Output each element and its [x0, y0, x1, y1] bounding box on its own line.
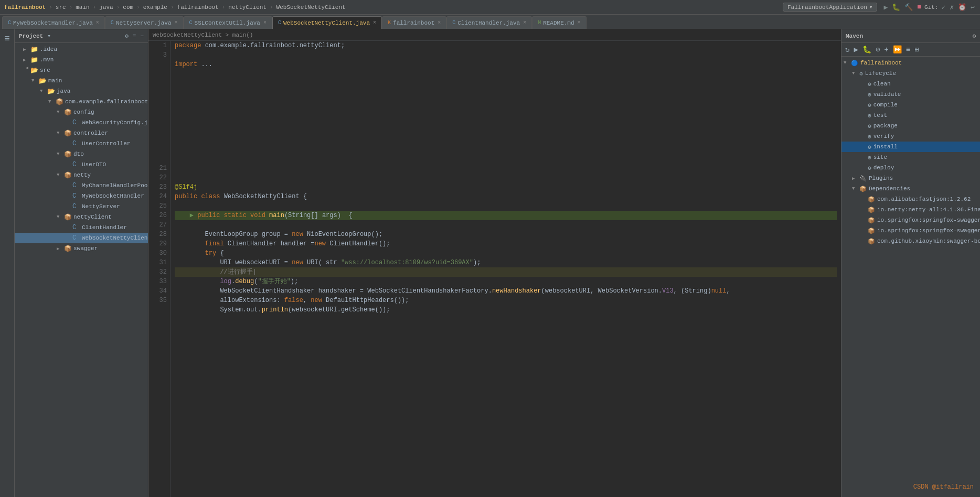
tree-item-userdto[interactable]: ▶ C UserDTO [15, 159, 148, 170]
git-label: Git: [924, 4, 938, 10]
code-line-2 [175, 50, 837, 60]
git-x-icon[interactable]: ✗ [949, 2, 955, 13]
tree-item-java[interactable]: ▼ 📂 java [15, 86, 148, 96]
maven-lifecycle-verify[interactable]: ▶ ⚙ verify [841, 131, 980, 142]
tree-item-websocketnettyclient[interactable]: ▶ C WebSocketNettyClient [15, 233, 148, 243]
project-panel-toggle[interactable]: ≡ [2, 31, 12, 46]
gear-icon[interactable]: ⚙ [125, 33, 129, 39]
run-icon[interactable]: ▶ [882, 2, 889, 13]
maven-play-icon[interactable]: ⏩ [891, 44, 903, 55]
maven-dep-xiaoymin[interactable]: ▶ 📦 com.github.xiaoymin:swagger-boot [841, 236, 980, 246]
tree-item-controller[interactable]: ▼ 📦 controller [15, 128, 148, 138]
maven-settings-icon[interactable]: ⚙ [972, 33, 976, 39]
tab-close[interactable]: × [578, 20, 581, 26]
code-line-28: final ClientHandler handler =new ClientH… [175, 239, 837, 248]
debug-icon[interactable]: 🐛 [891, 2, 901, 13]
maven-item-label: test [874, 112, 887, 118]
maven-dep-label: com.alibaba:fastjson:1.2.62 [877, 196, 971, 202]
maven-expand-icon[interactable]: ⊞ [913, 44, 920, 55]
run-config-selector[interactable]: FallrainbootApplication ▾ [783, 3, 877, 12]
maven-lifecycle-site[interactable]: ▶ ⚙ site [841, 152, 980, 163]
maven-dep-fastjson[interactable]: ▶ 📦 com.alibaba:fastjson:1.2.62 [841, 194, 980, 204]
tab-close[interactable]: × [373, 20, 376, 26]
tree-item-clienthandler[interactable]: ▶ C ClientHandler [15, 222, 148, 233]
maven-lifecycle-test[interactable]: ▶ ⚙ test [841, 110, 980, 121]
maven-plugins[interactable]: ▶ 🔌 Plugins [841, 173, 980, 183]
tab-label: SSLContextUtil.java [195, 20, 260, 26]
maven-deps-label: Dependencies [869, 186, 910, 192]
tree-item-nettyserver[interactable]: ▶ C NettyServer [15, 201, 148, 212]
java-icon: C [189, 20, 193, 26]
tree-item-idea[interactable]: ▶ 📁 .idea [15, 44, 148, 55]
maven-debug-icon[interactable]: 🐛 [861, 44, 873, 55]
bc-fallrainboot: fallrainboot [177, 4, 219, 10]
tree-item-main[interactable]: ▼ 📂 main [15, 75, 148, 86]
tree-item-nettyclient[interactable]: ▼ 📦 nettyClient [15, 212, 148, 222]
maven-dep-swaggerui[interactable]: ▶ 📦 io.springfox:springfox-swagger-ui:2 [841, 225, 980, 236]
code-line-30: URI websocketURI = new URI( str "wss://l… [175, 258, 837, 267]
maven-dependencies[interactable]: ▼ 📦 Dependencies [841, 183, 980, 194]
tab-close[interactable]: × [523, 20, 526, 26]
tab-sslcontextutil[interactable]: C SSLContextUtil.java × [184, 16, 272, 29]
stop-icon[interactable]: ■ [916, 2, 922, 12]
minimize-icon[interactable]: − [140, 33, 144, 39]
tree-label: netty [73, 172, 91, 178]
tree-item-mvn[interactable]: ▶ 📁 .mvn [15, 55, 148, 65]
tab-nettyserver[interactable]: C NettyServer.java × [105, 16, 184, 29]
tree-item-swagger[interactable]: ▶ 📦 swagger [15, 243, 148, 254]
tree-arrow: ▼ [57, 110, 64, 115]
maven-skip-icon[interactable]: ⊘ [874, 44, 881, 55]
lifecycle-item-icon: ⚙ [868, 154, 871, 161]
maven-lifecycle[interactable]: ▼ ⚙ Lifecycle [841, 68, 980, 79]
maven-collapse-icon[interactable]: ≡ [904, 45, 912, 55]
maven-dep-swagger2[interactable]: ▶ 📦 io.springfox:springfox-swagger2:2. [841, 215, 980, 225]
tree-item-websecurityconfig[interactable]: ▶ C WebSecurityConfig.java [15, 117, 148, 128]
tab-readme[interactable]: M README.md × [532, 16, 586, 29]
tree-item-usercontroller[interactable]: ▶ C UserController [15, 138, 148, 149]
maven-run-icon[interactable]: ▶ [852, 44, 859, 55]
tab-close[interactable]: × [96, 20, 99, 26]
tree-item-src[interactable]: ▼ 📂 src [15, 65, 148, 75]
settings-icon[interactable]: ≡ [133, 33, 136, 39]
tree-item-com[interactable]: ▼ 📦 com.example.fallrainboot [15, 96, 148, 107]
tree-item-mychannelhandlerpool[interactable]: ▶ C MyChannelHandlerPool [15, 180, 148, 191]
maven-lifecycle-package[interactable]: ▶ ⚙ package [841, 121, 980, 131]
maven-project-label: fallrainboot [860, 60, 902, 66]
tab-fallrainboot[interactable]: K fallrainboot × [382, 16, 446, 29]
code-editor[interactable]: package com.example.fallrainboot.nettyCl… [171, 41, 841, 497]
java-icon: C [72, 234, 81, 242]
git-check-icon[interactable]: ✓ [941, 2, 947, 13]
maven-reload-icon[interactable]: ↻ [844, 44, 851, 55]
undo-icon[interactable]: ↩ [970, 2, 976, 13]
tab-websocketnettyclient[interactable]: C WebSocketNettyClient.java × [272, 16, 382, 29]
bc-file: WebSocketNettyClient [276, 4, 346, 10]
build-icon[interactable]: 🔨 [903, 2, 914, 13]
code-line-26 [175, 220, 837, 230]
tree-label: UserDTO [82, 161, 106, 168]
tab-close[interactable]: × [438, 20, 441, 26]
java-icon: C [111, 20, 114, 26]
maven-item-label: install [874, 144, 898, 150]
code-line-29: try { [175, 248, 837, 258]
tree-item-dto[interactable]: ▼ 📦 dto [15, 149, 148, 159]
maven-lifecycle-compile[interactable]: ▶ ⚙ compile [841, 100, 980, 110]
clock-icon[interactable]: ⏰ [957, 2, 967, 13]
maven-lifecycle-clean[interactable]: ▶ ⚙ clean [841, 79, 980, 89]
tab-clienthandler[interactable]: C ClientHandler.java × [446, 16, 532, 29]
maven-add-icon[interactable]: + [882, 45, 890, 55]
tab-mywebsockethandler[interactable]: C MyWebSocketHandler.java × [2, 16, 105, 29]
tab-label: fallrainboot [393, 20, 434, 26]
tab-close[interactable]: × [175, 20, 178, 26]
tree-item-netty[interactable]: ▼ 📦 netty [15, 170, 148, 180]
tree-item-mywebsockethandler[interactable]: ▶ C MyWebSocketHandler [15, 191, 148, 201]
tree-item-config[interactable]: ▼ 📦 config [15, 107, 148, 117]
maven-dep-netty[interactable]: ▶ 📦 io.netty:netty-all:4.1.36.Final [841, 204, 980, 215]
maven-lifecycle-deploy[interactable]: ▶ ⚙ deploy [841, 163, 980, 173]
maven-root[interactable]: ▼ 🔵 fallrainboot [841, 58, 980, 68]
tab-close[interactable]: × [263, 20, 267, 26]
maven-lifecycle-validate[interactable]: ▶ ⚙ validate [841, 89, 980, 100]
code-line-24 [175, 201, 837, 211]
maven-lifecycle-install[interactable]: ▶ ⚙ install [841, 142, 980, 152]
folder-icon: 📂 [39, 77, 47, 85]
tree-label: WebSecurityConfig.java [82, 120, 148, 126]
